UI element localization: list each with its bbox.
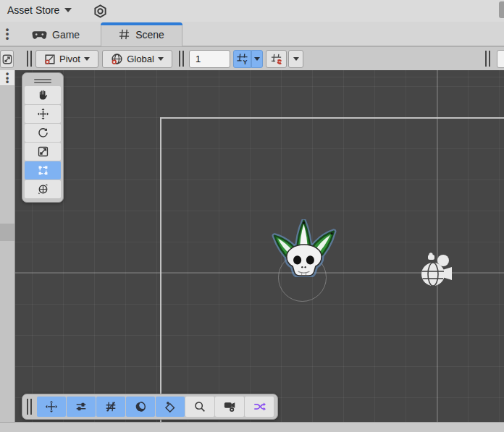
- overlay-drag-handle[interactable]: [27, 399, 32, 415]
- tab-scene-label: Scene: [135, 29, 164, 41]
- left-dock-strip: •••: [0, 70, 15, 422]
- globe-icon: [111, 53, 123, 65]
- splitter-handle[interactable]: [0, 224, 14, 241]
- toolbar-drag-handle[interactable]: [27, 51, 33, 67]
- global-label: Global: [127, 54, 154, 64]
- gamepad-icon: [32, 30, 47, 40]
- plant-skull-sprite[interactable]: [269, 219, 338, 277]
- snap-magnet-button[interactable]: [266, 50, 287, 68]
- pivot-label: Pivot: [59, 54, 80, 64]
- scale-icon: [37, 145, 49, 158]
- tool-palette-overlay: [22, 72, 64, 203]
- camera-gizmo[interactable]: [419, 253, 453, 290]
- chevron-down-icon: [84, 57, 90, 61]
- right-edge-button[interactable]: [497, 50, 504, 68]
- pane-menu-icon[interactable]: •••: [3, 27, 12, 41]
- grid-slash-icon: [104, 400, 117, 413]
- grid-icon: [119, 29, 130, 40]
- pivot-icon: [44, 54, 56, 65]
- left-strip-header: •••: [0, 70, 14, 86]
- scene-toolbar: Pivot Global Y: [0, 46, 504, 70]
- chevron-down-icon: [254, 57, 260, 61]
- search-icon: [193, 400, 206, 413]
- hand-icon: [37, 89, 49, 101]
- grid-overdraw-toggle[interactable]: [96, 397, 125, 417]
- scrollbar-thumb[interactable]: [499, 1, 504, 18]
- overlay-popout-button[interactable]: [0, 50, 14, 68]
- scene-viewport[interactable]: [15, 70, 504, 422]
- render-sliders-toggle[interactable]: [67, 397, 96, 417]
- toolbar-separator: [179, 51, 185, 67]
- grid-magnet-icon: [270, 53, 283, 66]
- snap-magnet-dropdown[interactable]: [288, 50, 303, 68]
- snap-grid-y-button[interactable]: Y: [233, 50, 251, 68]
- move-icon: [37, 108, 49, 120]
- scene-effects-toggle[interactable]: [156, 397, 185, 417]
- snap-grid-dropdown[interactable]: [251, 50, 263, 68]
- chevron-down-icon: [158, 57, 164, 61]
- pane-menu-icon[interactable]: •••: [3, 72, 12, 85]
- rotate-icon: [37, 127, 49, 139]
- chevron-down-icon: [64, 8, 72, 12]
- shuffle-button[interactable]: [245, 397, 274, 417]
- global-dropdown[interactable]: Global: [102, 50, 172, 68]
- rect-tool-icon: [37, 164, 49, 177]
- tab-game[interactable]: Game: [28, 26, 84, 43]
- asset-store-label: Asset Store: [7, 4, 59, 16]
- unity-editor-window: Asset Store ••• Game: [0, 0, 504, 432]
- camera-eye-icon: [223, 400, 237, 413]
- pivot-dropdown[interactable]: Pivot: [35, 50, 98, 68]
- search-button[interactable]: [185, 397, 214, 417]
- scale-tool-button[interactable]: [25, 143, 61, 161]
- asset-store-tab[interactable]: Asset Store: [7, 4, 72, 16]
- rotate-tool-button[interactable]: [25, 124, 61, 142]
- sliders-icon: [75, 400, 88, 413]
- unity-package-icon: [93, 4, 107, 18]
- palette-drag-handle[interactable]: [22, 75, 63, 86]
- camera-visibility-button[interactable]: [215, 397, 244, 417]
- effects-diamond-icon: [164, 400, 177, 413]
- grid-size-input[interactable]: [189, 50, 230, 68]
- shuffle-icon: [253, 400, 266, 413]
- tab-game-label: Game: [52, 29, 80, 41]
- tab-row: ••• Game Scene: [0, 22, 504, 46]
- transform-icon: [37, 183, 49, 195]
- move-icon: [45, 400, 58, 413]
- hand-tool-button[interactable]: [25, 86, 61, 104]
- grid-y-icon: Y: [236, 53, 248, 65]
- transform-tool-button[interactable]: [25, 180, 61, 198]
- moon-icon: [134, 400, 147, 413]
- svg-text:Y: Y: [243, 59, 247, 65]
- rect-tool-button[interactable]: [25, 161, 61, 179]
- window-bottom-edge: [0, 422, 504, 432]
- toolbar-drag-handle-right[interactable]: [485, 51, 491, 67]
- tab-scene[interactable]: Scene: [101, 22, 182, 46]
- chevron-down-icon: [293, 57, 299, 61]
- move-gizmo-toggle[interactable]: [37, 397, 66, 417]
- move-tool-button[interactable]: [25, 105, 61, 123]
- scene-lighting-toggle[interactable]: [126, 397, 155, 417]
- top-bar: Asset Store: [0, 0, 504, 22]
- view-options-overlay: [22, 394, 278, 420]
